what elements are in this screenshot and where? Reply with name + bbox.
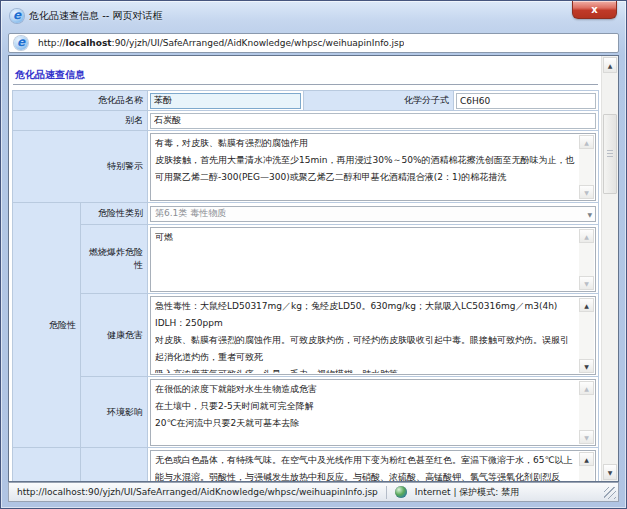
close-button[interactable]: x <box>572 1 617 19</box>
fire-explosion-textarea[interactable]: 可燃 ▲ ▼ <box>150 227 596 292</box>
scrollbar-grip <box>607 150 613 158</box>
address-url: http://localhost:90/yjzh/UI/SafeArranged… <box>38 38 404 48</box>
physchem-textarea[interactable]: 无色或白色晶体，有特殊气味。在空气中及光线作用下变为粉红色甚至红色。室温下微溶于… <box>150 450 596 482</box>
chemical-info-table: 危化品名称 化学分子式 别名 特别警示 有毒，对皮肤、黏膜有强烈的腐蚀作用 皮肤… <box>12 90 599 481</box>
section-header: 危化品速查信息 <box>13 61 598 85</box>
row-hazard-category: 危险性 危险性类别 第6.1类 毒性物质 ▼ <box>13 203 599 225</box>
health-hazard-text: 急性毒性：大鼠经LD50317mg／kg；兔经皮LD50。630mg/kg；大鼠… <box>155 298 577 373</box>
row-health-hazard: 健康危害 急性毒性：大鼠经LD50317mg／kg；兔经皮LD50。630mg/… <box>13 294 599 377</box>
row-physchem: 理化特性 无色或白色晶体，有特殊气味。在空气中及光线作用下变为粉红色甚至红色。室… <box>13 448 599 482</box>
physchem-group-cell <box>13 448 81 482</box>
physchem-label: 理化特性 <box>81 448 148 482</box>
scroll-up-icon[interactable]: ▲ <box>579 452 594 466</box>
page-scrollbar[interactable]: ▲ ▼ <box>601 56 618 481</box>
status-url: http://localhost:90/yjzh/UI/SafeArranged… <box>17 487 378 497</box>
scroll-up-icon[interactable]: ▲ <box>579 135 594 149</box>
fire-explosion-label: 燃烧爆炸危险性 <box>81 225 148 294</box>
scroll-up-icon[interactable]: ▲ <box>579 298 594 312</box>
health-hazard-label: 健康危害 <box>81 294 148 377</box>
resize-grip[interactable] <box>604 487 616 499</box>
formula-label: 化学分子式 <box>304 91 454 111</box>
formula-input[interactable] <box>456 93 596 109</box>
environment-textarea[interactable]: 在很低的浓度下就能对水生生物造成危害 在土壤中，只要2-5天时间就可完全降解 2… <box>150 379 596 446</box>
scrollbar-up-icon[interactable]: ▲ <box>603 57 617 73</box>
scroll-down-icon[interactable]: ▼ <box>579 359 594 373</box>
dialog-content: 危化品速查信息 危化品名称 化学分子式 别名 特别警示 <box>8 55 619 482</box>
environment-text: 在很低的浓度下就能对水生生物造成危害 在土壤中，只要2-5天时间就可完全降解 2… <box>155 381 577 444</box>
internet-globe-icon <box>395 486 407 498</box>
hazard-category-value: 第6.1类 毒性物质 <box>155 207 226 220</box>
health-hazard-textarea[interactable]: 急性毒性：大鼠经LD50317mg／kg；兔经皮LD50。630mg/kg；大鼠… <box>150 296 596 375</box>
special-warning-label: 特别警示 <box>13 131 148 203</box>
textarea-scrollbar[interactable]: ▲ ▼ <box>579 229 594 290</box>
hazard-category-label: 危险性类别 <box>81 203 148 225</box>
hazard-group-label: 危险性 <box>13 203 81 448</box>
status-zone-text: Internet | 保护模式: 禁用 <box>415 486 519 499</box>
physchem-text: 无色或白色晶体，有特殊气味。在空气中及光线作用下变为粉红色甚至红色。室温下微溶于… <box>155 452 577 482</box>
scrollbar-down-icon[interactable]: ▼ <box>603 464 617 480</box>
scroll-down-icon[interactable]: ▼ <box>579 276 594 290</box>
status-bar: http://localhost:90/yjzh/UI/SafeArranged… <box>8 482 619 502</box>
dialog-window: e 危化品速查信息 -- 网页对话框 x e http://localhost:… <box>0 0 627 509</box>
window-title: 危化品速查信息 -- 网页对话框 <box>29 9 163 23</box>
scroll-down-icon[interactable]: ▼ <box>579 430 594 444</box>
scroll-up-icon[interactable]: ▲ <box>579 381 594 395</box>
alias-input[interactable] <box>150 113 596 129</box>
status-separator <box>386 486 387 499</box>
textarea-scrollbar[interactable]: ▲ ▼ <box>579 381 594 444</box>
section-title: 危化品速查信息 <box>15 69 85 80</box>
environment-label: 环境影响 <box>81 377 148 448</box>
textarea-scrollbar[interactable]: ▲ ▼ <box>579 298 594 373</box>
textarea-scrollbar[interactable]: ▲ ▼ <box>579 135 594 199</box>
scroll-up-icon[interactable]: ▲ <box>579 229 594 243</box>
row-fire-explosion: 燃烧爆炸危险性 可燃 ▲ ▼ <box>13 225 599 294</box>
alias-label: 别名 <box>13 111 148 131</box>
scroll-down-icon[interactable]: ▼ <box>579 185 594 199</box>
title-bar[interactable]: e 危化品速查信息 -- 网页对话框 x <box>1 1 626 30</box>
special-warning-text: 有毒，对皮肤、黏膜有强烈的腐蚀作用 皮肤接触，首先用大量清水冲洗至少15min，… <box>155 135 577 199</box>
address-field[interactable]: e http://localhost:90/yjzh/UI/SafeArrang… <box>8 33 619 53</box>
form-page: 危化品速查信息 危化品名称 化学分子式 别名 特别警示 <box>9 56 601 481</box>
fire-explosion-text: 可燃 <box>155 229 577 290</box>
scrollbar-thumb[interactable] <box>603 114 617 194</box>
dropdown-arrow-icon[interactable]: ▼ <box>587 211 592 218</box>
page-ie-icon: e <box>14 36 28 50</box>
textarea-scrollbar[interactable]: ▲ ▼ <box>579 452 594 482</box>
chemical-name-input[interactable] <box>150 93 301 109</box>
ie-icon: e <box>10 9 24 23</box>
row-name-formula: 危化品名称 化学分子式 <box>13 91 599 111</box>
special-warning-textarea[interactable]: 有毒，对皮肤、黏膜有强烈的腐蚀作用 皮肤接触，首先用大量清水冲洗至少15min，… <box>150 133 596 201</box>
hazard-category-select[interactable]: 第6.1类 毒性物质 ▼ <box>150 206 596 222</box>
row-special-warning: 特别警示 有毒，对皮肤、黏膜有强烈的腐蚀作用 皮肤接触，首先用大量清水冲洗至少1… <box>13 131 599 203</box>
row-alias: 别名 <box>13 111 599 131</box>
chemical-name-label: 危化品名称 <box>13 91 148 111</box>
row-environment: 环境影响 在很低的浓度下就能对水生生物造成危害 在土壤中，只要2-5天时间就可完… <box>13 377 599 448</box>
address-bar: e http://localhost:90/yjzh/UI/SafeArrang… <box>1 30 626 55</box>
